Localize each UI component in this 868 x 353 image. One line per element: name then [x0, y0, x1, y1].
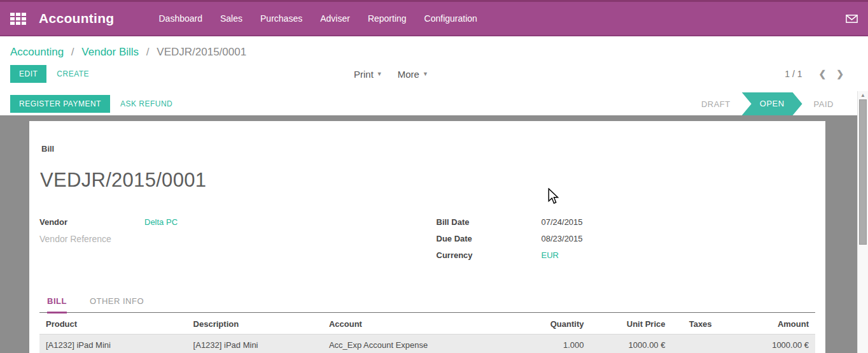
currency-value-link[interactable]: EUR — [542, 250, 559, 260]
action-dropdowns: Print ▼ More ▼ — [354, 61, 428, 87]
vertical-scrollbar[interactable]: ▲ — [857, 91, 868, 353]
vendor-value-link[interactable]: Delta PC — [144, 217, 178, 227]
column-header-quantity[interactable]: Quantity — [517, 313, 591, 335]
breadcrumb-current-document: VEDJR/2015/0001 — [157, 46, 246, 58]
column-header-product[interactable]: Product — [39, 313, 187, 335]
create-button[interactable]: CREATE — [48, 65, 98, 83]
pager-count: 1 / 1 — [785, 69, 802, 79]
statusbar: REGISTER PAYMENT ASK REFUND DRAFT OPEN P… — [0, 92, 868, 116]
currency-field: Currency EUR — [437, 250, 816, 260]
status-state-open[interactable]: OPEN — [742, 92, 802, 115]
table-header-row: Product Description Account Quantity Uni… — [39, 313, 815, 335]
cell-description[interactable]: [A1232] iPad Mini — [187, 335, 323, 353]
bill-date-value: 07/24/2015 — [542, 217, 583, 227]
scrollbar-up-arrow-icon[interactable]: ▲ — [858, 91, 868, 99]
cell-amount[interactable]: 1000.00 € — [718, 335, 815, 353]
app-title[interactable]: Accounting — [39, 11, 115, 26]
menu-item-dashboard[interactable]: Dashboard — [150, 10, 212, 27]
top-navbar: Accounting Dashboard Sales Purchases Adv… — [0, 0, 868, 36]
vendor-reference-label: Vendor Reference — [39, 234, 144, 244]
edit-button[interactable]: EDIT — [10, 65, 46, 83]
table-row[interactable]: [A1232] iPad Mini [A1232] iPad Mini Acc_… — [39, 335, 815, 353]
menu-item-purchases[interactable]: Purchases — [251, 10, 311, 27]
status-state-paid[interactable]: PAID — [804, 99, 844, 109]
print-dropdown[interactable]: Print ▼ — [354, 69, 382, 80]
more-dropdown[interactable]: More ▼ — [398, 69, 428, 80]
invoice-lines-table: Product Description Account Quantity Uni… — [39, 313, 815, 353]
breadcrumb-separator: / — [146, 46, 150, 58]
breadcrumb-vendor-bills[interactable]: Vendor Bills — [81, 46, 139, 58]
column-header-taxes[interactable]: Taxes — [671, 313, 718, 335]
breadcrumb-accounting[interactable]: Accounting — [10, 46, 64, 58]
due-date-field: Due Date 08/23/2015 — [437, 234, 816, 243]
vendor-field: Vendor Delta PC — [39, 217, 428, 227]
status-pipeline: DRAFT OPEN PAID — [691, 92, 844, 115]
record-pager: 1 / 1 ❮ ❯ — [785, 69, 849, 79]
menu-item-configuration[interactable]: Configuration — [416, 10, 486, 27]
status-state-draft[interactable]: DRAFT — [691, 99, 741, 109]
left-field-column: Vendor Delta PC Vendor Reference — [39, 217, 428, 267]
bill-date-field: Bill Date 07/24/2015 — [437, 217, 816, 227]
pager-previous-icon[interactable]: ❮ — [814, 69, 832, 79]
cell-taxes[interactable] — [671, 335, 718, 353]
breadcrumb-separator: / — [71, 46, 74, 58]
register-payment-button[interactable]: REGISTER PAYMENT — [10, 95, 110, 113]
scrollbar-thumb[interactable] — [859, 99, 867, 245]
more-dropdown-label: More — [398, 69, 419, 80]
column-header-unit-price[interactable]: Unit Price — [590, 313, 671, 335]
print-dropdown-label: Print — [354, 69, 374, 80]
document-title: VEDJR/2015/0001 — [39, 169, 815, 192]
content-area: Bill VEDJR/2015/0001 Vendor Delta PC Ven… — [0, 115, 868, 353]
apps-grid-icon[interactable] — [10, 13, 26, 25]
breadcrumb: Accounting / Vendor Bills / VEDJR/2015/0… — [0, 36, 868, 61]
tab-other-info[interactable]: OTHER INFO — [90, 296, 144, 312]
tab-bill[interactable]: BILL — [47, 296, 67, 313]
pager-next-icon[interactable]: ❯ — [831, 69, 849, 79]
cell-account[interactable]: Acc_Exp Account Expense — [323, 335, 517, 353]
messages-envelope-icon[interactable] — [846, 14, 858, 24]
menu-item-reporting[interactable]: Reporting — [359, 10, 416, 27]
chevron-down-icon: ▼ — [423, 71, 428, 77]
top-menu: Dashboard Sales Purchases Adviser Report… — [150, 10, 486, 27]
menu-item-adviser[interactable]: Adviser — [311, 10, 359, 27]
field-groups: Vendor Delta PC Vendor Reference Bill Da… — [39, 217, 815, 267]
vendor-label: Vendor — [39, 217, 144, 227]
control-panel: EDIT CREATE Print ▼ More ▼ 1 / 1 ❮ ❯ — [0, 61, 868, 87]
currency-label: Currency — [437, 250, 542, 260]
cell-product[interactable]: [A1232] iPad Mini — [39, 335, 187, 353]
cell-quantity[interactable]: 1.000 — [517, 335, 591, 353]
column-header-account[interactable]: Account — [323, 313, 517, 335]
bill-form-sheet: Bill VEDJR/2015/0001 Vendor Delta PC Ven… — [29, 121, 825, 353]
chevron-down-icon: ▼ — [377, 71, 382, 77]
cell-unit-price[interactable]: 1000.00 € — [590, 335, 671, 353]
right-field-column: Bill Date 07/24/2015 Due Date 08/23/2015… — [428, 217, 816, 267]
due-date-value: 08/23/2015 — [542, 234, 583, 243]
document-type-label: Bill — [39, 144, 815, 154]
column-header-amount[interactable]: Amount — [718, 313, 815, 335]
notebook-tabs: BILL OTHER INFO — [39, 296, 815, 313]
column-header-description[interactable]: Description — [187, 313, 323, 335]
due-date-label: Due Date — [437, 234, 542, 243]
bill-date-label: Bill Date — [437, 217, 542, 227]
vendor-reference-field: Vendor Reference — [39, 234, 428, 244]
menu-item-sales[interactable]: Sales — [211, 10, 251, 27]
ask-refund-button[interactable]: ASK REFUND — [111, 95, 181, 113]
